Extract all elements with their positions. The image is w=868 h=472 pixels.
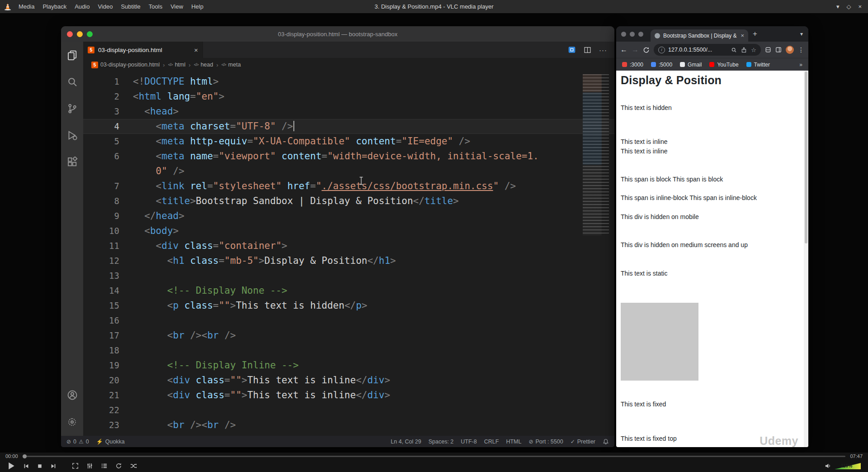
speaker-icon[interactable] — [825, 462, 831, 469]
breadcrumb-item[interactable]: head — [194, 62, 213, 68]
code-line[interactable]: 14 <!-- Display None --> — [83, 283, 614, 298]
code-line[interactable]: 18 — [83, 343, 614, 358]
code-line[interactable]: 19 <!-- Display Inline --> — [83, 358, 614, 373]
minimize-window-button[interactable] — [630, 32, 635, 37]
forward-button[interactable]: → — [632, 46, 639, 54]
vlc-menu-video[interactable]: Video — [94, 0, 117, 13]
encoding[interactable]: UTF-8 — [461, 439, 476, 445]
quokka-status[interactable]: ⚡ Quokka — [96, 439, 125, 445]
cursor-position[interactable]: Ln 4, Col 29 — [391, 439, 421, 445]
code-line[interactable]: 11 <div class="container"> — [83, 238, 614, 253]
address-bar[interactable]: i 127.0.0.1:5500/... ☆ — [654, 44, 761, 56]
extensions-icon[interactable] — [765, 47, 771, 53]
code-line[interactable]: 8 <title>Bootstrap Sandbox | Display & P… — [83, 194, 614, 209]
zoom-window-button[interactable] — [638, 32, 643, 37]
vlc-menu-playback[interactable]: Playback — [38, 0, 71, 13]
code-line[interactable]: 7 <link rel="stylesheet" href="./assets/… — [83, 179, 614, 194]
zoom-icon[interactable] — [731, 47, 737, 53]
indentation[interactable]: Spaces: 2 — [429, 439, 454, 445]
bookmark-5000[interactable]: :5000 — [651, 62, 672, 68]
tab-close-icon[interactable]: × — [194, 46, 198, 54]
vlc-menu-subtitle[interactable]: Subtitle — [117, 0, 144, 13]
vlc-menu-audio[interactable]: Audio — [71, 0, 94, 13]
eol-sequence[interactable]: CRLF — [484, 439, 499, 445]
stop-button[interactable] — [34, 460, 46, 472]
site-info-icon[interactable]: i — [658, 47, 665, 53]
zoom-window-button[interactable] — [87, 31, 93, 37]
code-line[interactable]: 21 <div class="">This text is inline</di… — [83, 388, 614, 403]
search-icon[interactable] — [66, 76, 78, 88]
run-debug-icon[interactable] — [66, 129, 78, 141]
code-line[interactable]: 2<html lang="en"> — [83, 89, 614, 104]
settings-gear-icon[interactable] — [66, 416, 78, 428]
breadcrumb-item[interactable]: meta — [222, 62, 241, 68]
code-line[interactable]: 17 <br /><br /> — [83, 328, 614, 343]
video-frame[interactable]: 03-display-position.html — bootstrap-san… — [0, 13, 868, 453]
random-button[interactable] — [127, 460, 140, 472]
maximize-icon[interactable]: ◇ — [846, 3, 851, 10]
tab-03-display-position[interactable]: 03-display-position.html × — [83, 42, 203, 58]
code-line[interactable]: 16 — [83, 313, 614, 328]
code-line[interactable]: 15 <p class="">This text is hidden</p> — [83, 298, 614, 313]
minimize-icon[interactable]: ▾ — [836, 3, 840, 10]
next-button[interactable] — [47, 460, 60, 472]
live-server-port[interactable]: ⊘ Port : 5500 — [528, 439, 563, 445]
language-mode[interactable]: HTML — [506, 439, 521, 445]
code-editor[interactable]: 1<!DOCTYPE html>2<html lang="en">3 <head… — [83, 72, 614, 436]
bookmark-3000[interactable]: :3000 — [622, 62, 643, 68]
code-line[interactable]: 5 <meta http-equiv="X-UA-Compatible" con… — [83, 134, 614, 149]
minimap[interactable] — [583, 74, 609, 235]
code-line[interactable]: 6 <meta name="viewport" content="width=d… — [83, 149, 614, 164]
open-preview-icon[interactable] — [568, 46, 576, 54]
minimize-window-button[interactable] — [77, 31, 83, 37]
scrollbar-thumb[interactable] — [805, 72, 807, 243]
vscode-titlebar[interactable]: 03-display-position.html — bootstrap-san… — [61, 26, 614, 42]
code-line[interactable]: 0" /> — [83, 164, 614, 179]
notifications-bell-icon[interactable] — [603, 439, 609, 445]
close-window-button[interactable] — [67, 31, 73, 37]
prettier-status[interactable]: ✓ Prettier — [571, 439, 595, 445]
bookmark-star-icon[interactable]: ☆ — [751, 47, 756, 53]
close-icon[interactable]: × — [858, 3, 862, 10]
seek-slider[interactable] — [23, 456, 846, 457]
play-button[interactable] — [4, 460, 19, 472]
previous-button[interactable] — [20, 460, 33, 472]
bookmarks-overflow-icon[interactable]: » — [799, 62, 802, 68]
breadcrumb-item[interactable]: html — [168, 62, 186, 68]
account-icon[interactable] — [66, 389, 78, 401]
extensions-icon[interactable] — [66, 156, 78, 168]
bookmark-twitter[interactable]: Twitter — [746, 62, 770, 68]
code-line[interactable]: 9 </head> — [83, 209, 614, 224]
tab-close-icon[interactable]: × — [741, 32, 744, 39]
vlc-menu-help[interactable]: Help — [187, 0, 208, 13]
fullscreen-button[interactable] — [69, 460, 82, 472]
profile-avatar[interactable] — [786, 46, 794, 54]
code-line[interactable]: 12 <h1 class="mb-5">Display & Position</… — [83, 253, 614, 268]
bookmark-youtube[interactable]: YouTube — [709, 62, 738, 68]
code-line[interactable]: 22 — [83, 403, 614, 418]
share-icon[interactable] — [741, 47, 747, 53]
code-line[interactable]: 10 <body> — [83, 224, 614, 238]
browser-tab[interactable]: Bootstrap Sandbox | Display & × — [651, 29, 748, 42]
loop-button[interactable] — [112, 460, 125, 472]
bookmark-gmail[interactable]: Gmail — [680, 62, 702, 68]
back-button[interactable]: ← — [620, 46, 627, 54]
problems-indicator[interactable]: ⊘ 0 ⚠ 0 — [66, 439, 89, 445]
reload-button[interactable] — [643, 47, 650, 53]
code-line[interactable]: 20 <div class="">This text is inline</di… — [83, 373, 614, 388]
explorer-icon[interactable] — [66, 49, 78, 61]
vlc-menu-view[interactable]: View — [166, 0, 187, 13]
tab-search-icon[interactable]: ▾ — [800, 31, 808, 37]
split-editor-icon[interactable] — [584, 46, 591, 54]
seek-handle[interactable] — [23, 454, 27, 458]
close-window-button[interactable] — [621, 32, 626, 37]
new-tab-button[interactable]: + — [753, 29, 757, 38]
vlc-menu-tools[interactable]: Tools — [145, 0, 166, 13]
code-line[interactable]: 3 <head> — [83, 104, 614, 119]
page-scrollbar[interactable] — [804, 71, 808, 447]
more-actions-icon[interactable]: ··· — [599, 46, 607, 54]
code-line[interactable]: 4 <meta charset="UTF-8" /> — [83, 119, 614, 134]
code-line[interactable]: 23 <br /><br /> — [83, 418, 614, 433]
volume-slider[interactable]: 110% — [835, 463, 861, 469]
breadcrumb-item[interactable]: 03-display-position.html — [91, 62, 160, 68]
